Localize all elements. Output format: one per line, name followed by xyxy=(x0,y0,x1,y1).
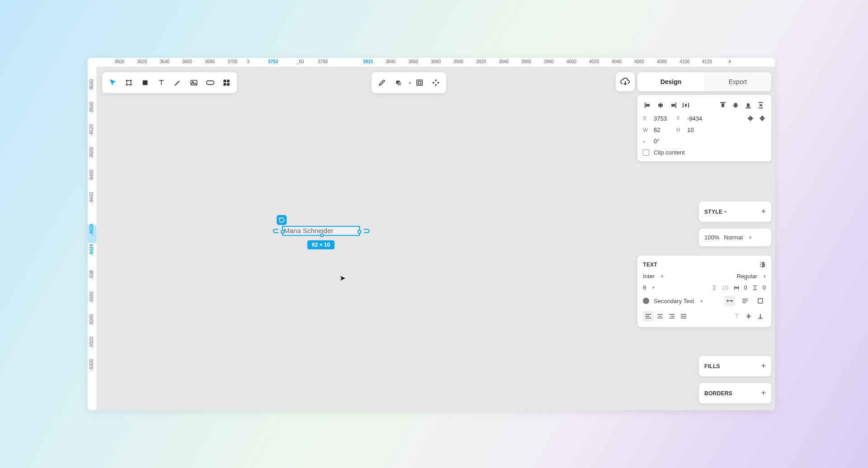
svg-rect-33 xyxy=(758,299,763,303)
panel-fills: FILLS + xyxy=(699,356,771,376)
text-valign-bottom-icon[interactable] xyxy=(755,311,766,322)
text-color-swatch[interactable] xyxy=(643,298,649,304)
font-family[interactable]: Inter xyxy=(643,273,655,280)
clip-content-checkbox[interactable] xyxy=(643,150,649,156)
align-h-center-icon[interactable] xyxy=(656,100,665,110)
text-valign-middle-icon[interactable] xyxy=(743,311,754,322)
letter-spacing-icon xyxy=(733,285,740,291)
line-height-value[interactable]: 10 xyxy=(722,284,728,291)
add-fill-button[interactable]: + xyxy=(761,361,766,371)
flip-h-icon[interactable] xyxy=(747,115,754,122)
svg-rect-24 xyxy=(734,103,737,108)
selection-handle-bottom[interactable] xyxy=(320,234,324,237)
svg-rect-11 xyxy=(418,81,421,84)
chevron-down-icon[interactable]: ▾ xyxy=(409,80,411,85)
text-align-justify-icon[interactable] xyxy=(678,311,689,322)
ruler-h-tick: 3640 xyxy=(160,59,170,64)
ruler-v-tick: -9460 xyxy=(89,192,94,204)
constraint-left-icon[interactable]: ⊂ xyxy=(272,226,279,236)
ruler-h-tick: 4100 xyxy=(679,59,689,64)
selected-text-content: Mana Schneider xyxy=(283,227,334,234)
flip-v-icon[interactable] xyxy=(759,115,766,122)
tab-export[interactable]: Export xyxy=(704,72,771,91)
text-color-name[interactable]: Secondary Text xyxy=(654,298,694,304)
chevron-down-icon[interactable]: ▾ xyxy=(724,209,726,214)
rotate-handle-icon[interactable] xyxy=(277,215,287,225)
panel-text: TEXT Inter ▾ Regular ▾ 8 ▾ 10 0 0 Second… xyxy=(637,256,771,327)
text-tool[interactable] xyxy=(154,75,169,90)
font-size[interactable]: 8 xyxy=(643,284,646,291)
blend-mode[interactable]: Normal xyxy=(724,234,743,241)
ruler-h-tick: 3860 xyxy=(408,59,418,64)
ruler-v-tick: -9320 xyxy=(89,337,94,348)
font-weight[interactable]: Regular xyxy=(736,273,757,280)
panel-style: STYLE ▾ + xyxy=(699,201,771,222)
ruler-v-tick: -9540 xyxy=(89,102,94,113)
tab-design[interactable]: Design xyxy=(637,72,704,91)
ruler-h-tick: 3753 xyxy=(268,59,278,64)
letter-spacing-value[interactable]: 0 xyxy=(744,284,747,291)
text-align-right-icon[interactable] xyxy=(666,311,677,322)
align-bottom-icon[interactable] xyxy=(743,100,753,110)
distribute-v-icon[interactable] xyxy=(756,100,766,110)
constraint-right-icon[interactable]: ⊂ xyxy=(363,226,370,236)
design-app-window: 36003620364036603680370033753_6037803815… xyxy=(88,58,775,410)
selected-text-element[interactable]: Mana Schneider xyxy=(282,226,360,236)
svg-rect-10 xyxy=(417,80,422,85)
edit-tool[interactable] xyxy=(374,75,390,90)
panel-opacity: 100% Normal ▾ xyxy=(699,229,771,246)
y-value[interactable]: -9434 xyxy=(687,115,705,122)
cloud-sync-button[interactable] xyxy=(616,72,635,91)
image-tool[interactable] xyxy=(186,75,202,90)
opacity-value[interactable]: 100% xyxy=(704,234,719,241)
h-value[interactable]: 10 xyxy=(687,126,705,133)
distribute-tool[interactable] xyxy=(428,75,443,90)
paragraph-spacing-value[interactable]: 0 xyxy=(763,284,766,291)
text-fixed-icon[interactable] xyxy=(755,295,766,306)
layers-tool[interactable] xyxy=(391,75,406,90)
text-align-left-icon[interactable] xyxy=(643,311,654,322)
ruler-h-tick: 4020 xyxy=(589,59,599,64)
ruler-h-tick: 3940 xyxy=(499,59,509,64)
svg-rect-28 xyxy=(759,108,763,108)
ruler-v-tick: -9480 xyxy=(89,169,94,181)
text-auto-width-icon[interactable] xyxy=(724,295,735,306)
add-style-button[interactable]: + xyxy=(761,207,766,216)
chevron-down-icon[interactable]: ▾ xyxy=(652,285,655,290)
frame-tool[interactable] xyxy=(121,75,137,90)
add-border-button[interactable]: + xyxy=(761,388,766,398)
text-title: TEXT xyxy=(643,262,657,268)
align-v-center-icon[interactable] xyxy=(731,100,741,110)
button-tool[interactable] xyxy=(203,75,218,90)
ruler-h-tick: 3900 xyxy=(453,59,463,64)
rotation-value[interactable]: 0° xyxy=(654,138,672,145)
pen-tool[interactable] xyxy=(170,75,185,90)
component-tool[interactable] xyxy=(219,75,234,90)
text-valign-top-icon[interactable] xyxy=(731,311,742,322)
text-auto-height-icon[interactable] xyxy=(740,295,750,306)
chevron-down-icon[interactable]: ▾ xyxy=(700,299,703,304)
svg-rect-12 xyxy=(645,103,646,108)
distribute-h-icon[interactable] xyxy=(681,100,691,110)
ruler-v-tick: -9340 xyxy=(89,314,94,326)
svg-rect-13 xyxy=(646,104,650,107)
group-tool[interactable] xyxy=(412,75,427,90)
select-tool[interactable] xyxy=(105,75,120,90)
inspector-tabs: Design Export xyxy=(637,72,771,91)
selection-handle-right[interactable] xyxy=(358,230,361,234)
w-value[interactable]: 62 xyxy=(654,126,672,133)
text-settings-icon[interactable] xyxy=(759,261,766,268)
text-align-center-icon[interactable] xyxy=(655,311,665,322)
ruler-h-tick: 3780 xyxy=(318,59,328,64)
chevron-down-icon[interactable]: ▾ xyxy=(661,274,663,279)
align-right-icon[interactable] xyxy=(668,100,678,110)
align-top-icon[interactable] xyxy=(718,100,728,110)
align-left-icon[interactable] xyxy=(643,100,653,110)
rectangle-tool[interactable] xyxy=(137,75,153,90)
chevron-down-icon[interactable]: ▾ xyxy=(749,235,751,240)
selection-handle-left[interactable] xyxy=(281,230,284,234)
y-label: Y xyxy=(676,115,683,122)
x-value[interactable]: 3753 xyxy=(654,115,672,122)
chevron-down-icon[interactable]: ▾ xyxy=(764,274,766,279)
ruler-vertical: -9560-9540-9520-9500-9480-9460-9434-9424… xyxy=(88,67,97,410)
